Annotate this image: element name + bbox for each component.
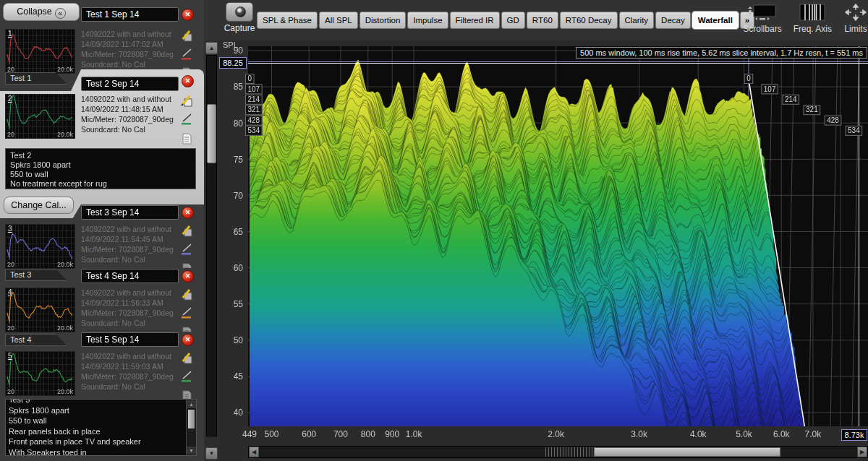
freq-axis-icon xyxy=(793,3,832,22)
tab-decay[interactable]: Decay xyxy=(655,12,691,29)
waterfall-plot[interactable] xyxy=(218,40,868,461)
graph-tabs: SPL & Phase All SPL Distortion Impulse F… xyxy=(257,12,754,29)
notes-scrollbar[interactable]: ▲ ▼ xyxy=(186,400,196,455)
collapse-sidebar-button[interactable]: Collapse« xyxy=(3,3,80,21)
cursor-freq-readout: 8.73k xyxy=(841,429,867,441)
edit-save-icon[interactable] xyxy=(180,94,193,107)
measurement-thumbnail[interactable]: 2 20 20.0k xyxy=(5,94,75,139)
edit-save-icon[interactable] xyxy=(180,29,193,42)
remove-measurement-button[interactable]: ✕ xyxy=(182,9,194,21)
measurement-name-tab[interactable]: Test 1 xyxy=(5,72,67,85)
measurement-info: 14092022 with and without14/09/2022 11:4… xyxy=(81,29,182,69)
trace-color-icon[interactable] xyxy=(180,306,193,319)
scroll-up-icon[interactable]: ▲ xyxy=(205,42,218,54)
scrollbar-thumb[interactable] xyxy=(594,447,780,457)
remove-measurement-button[interactable]: ✕ xyxy=(182,334,194,346)
tab-all-spl[interactable]: All SPL xyxy=(319,12,358,29)
trace-color-icon[interactable] xyxy=(180,113,193,126)
remove-measurement-button[interactable]: ✕ xyxy=(182,270,194,283)
thumb-axis-right: 20.0k xyxy=(57,261,73,268)
collapse-chevrons-icon: « xyxy=(55,8,66,19)
thumb-axis-right: 20.0k xyxy=(57,324,73,332)
measurement-info: 14092022 with and without14/09/2022 11:4… xyxy=(81,94,182,134)
remove-measurement-button[interactable]: ✕ xyxy=(182,207,194,219)
tab-distortion[interactable]: Distortion xyxy=(359,12,407,29)
waterfall-graph-panel: SPL 88.25 8.73k 500 ms window, 100 ms ri… xyxy=(218,40,868,461)
remove-measurement-button[interactable]: ✕ xyxy=(182,75,194,87)
thumb-axis-left: 20 xyxy=(7,131,14,138)
thumb-axis-right: 20.0k xyxy=(57,388,73,395)
measurement-thumbnail[interactable]: 1 20 20.0k xyxy=(5,29,75,74)
freq-axis-scrollbar[interactable]: ◀ ▶ xyxy=(248,446,868,458)
edit-save-icon[interactable] xyxy=(180,351,193,364)
thumb-axis-left: 20 xyxy=(7,388,14,395)
edit-save-icon[interactable] xyxy=(180,224,193,237)
scrollbar-ticks xyxy=(545,447,594,457)
measurement-list-scrollbar[interactable]: ▲ ▼ xyxy=(205,40,218,461)
y-axis-title: SPL xyxy=(223,40,238,49)
measurement-number: 2 xyxy=(8,95,12,103)
close-icon: ✕ xyxy=(185,77,191,85)
close-icon: ✕ xyxy=(185,336,191,343)
thumb-axis-right: 20.0k xyxy=(57,131,73,138)
measurement-entry-selected[interactable]: Test 2 Sep 14 ✕ 2 20 20.0k 14092022 with… xyxy=(0,69,204,218)
capture-button[interactable]: Capture xyxy=(223,2,256,38)
thumb-axis-right: 20.0k xyxy=(57,66,73,73)
measurement-title-field[interactable]: Test 4 Sep 14 xyxy=(81,269,179,283)
camera-icon xyxy=(226,2,253,22)
measurement-sidebar: Collapse« Test 1 Sep 14 ✕ 1 20 20.0k 140… xyxy=(0,0,204,461)
change-cal-button[interactable]: Change Cal... xyxy=(4,197,74,214)
scrollbar-thumb[interactable] xyxy=(207,104,216,163)
measurement-number: 1 xyxy=(8,30,12,38)
measurement-title-field[interactable]: Test 5 Sep 14 xyxy=(81,332,179,347)
close-icon: ✕ xyxy=(185,272,191,280)
tab-rt60-decay[interactable]: RT60 Decay xyxy=(560,12,618,29)
tab-spl-phase[interactable]: SPL & Phase xyxy=(257,12,318,29)
scrollbar-thumb[interactable] xyxy=(188,410,195,428)
trace-color-icon[interactable] xyxy=(180,370,193,383)
limits-button[interactable]: Limits xyxy=(843,3,868,34)
measurement-info: 14092022 with and without14/09/2022 11:5… xyxy=(81,224,182,264)
tab-rt60[interactable]: RT60 xyxy=(527,12,558,29)
waterfall-settings-annotation: 500 ms window, 100 ms rise time, 5.62 ms… xyxy=(576,47,867,59)
thumb-axis-left: 20 xyxy=(7,261,14,268)
close-icon: ✕ xyxy=(185,11,191,18)
measurement-info: 14092022 with and without14/09/2022 11:5… xyxy=(81,288,182,328)
measurement-title-field[interactable]: Test 3 Sep 14 xyxy=(81,205,179,220)
freq-axis-button[interactable]: Freq. Axis xyxy=(793,3,832,34)
measurement-title-field[interactable]: Test 1 Sep 14 xyxy=(81,7,179,22)
measurement-thumbnail[interactable]: 3 20 20.0k xyxy=(5,224,75,269)
tab-filtered-ir[interactable]: Filtered IR xyxy=(450,12,500,29)
trace-color-icon[interactable] xyxy=(180,48,193,61)
trace-color-icon[interactable] xyxy=(180,243,193,256)
tab-waterfall[interactable]: Waterfall xyxy=(692,12,739,29)
tab-gd[interactable]: GD xyxy=(501,12,525,29)
scroll-left-icon[interactable]: ◀ xyxy=(249,447,259,457)
limits-arrows-icon xyxy=(843,3,868,22)
edit-save-icon[interactable] xyxy=(180,288,193,301)
tab-impulse[interactable]: Impulse xyxy=(407,12,448,29)
thumb-axis-left: 20 xyxy=(7,324,14,332)
measurement-number: 3 xyxy=(8,225,12,233)
tab-clarity[interactable]: Clarity xyxy=(619,12,655,29)
graph-toolbar: Capture SPL & Phase All SPL Distortion I… xyxy=(218,0,868,40)
scrollbars-toggle-button[interactable]: Scrollbars xyxy=(743,3,781,34)
scroll-right-icon[interactable]: ▶ xyxy=(857,447,867,457)
measurement-notes[interactable]: Test 2Spkrs 1800 apart 550 to wallNo tre… xyxy=(5,148,196,189)
measurement-name-tab[interactable]: Test 4 xyxy=(5,334,67,346)
scroll-down-icon[interactable]: ▼ xyxy=(205,447,218,460)
scroll-up-icon[interactable]: ▲ xyxy=(187,400,196,408)
notes-icon[interactable] xyxy=(180,132,193,145)
close-icon: ✕ xyxy=(185,209,191,216)
measurement-name-tab[interactable]: Test 3 xyxy=(5,269,67,281)
measurement-notes-editor[interactable]: Test 5Spkrs 1800 apart 550 to wallRear p… xyxy=(5,399,197,456)
measurement-number: 5 xyxy=(8,352,12,360)
measurement-thumbnail[interactable]: 4 20 20.0k xyxy=(5,288,75,332)
measurement-info: 14092022 with and without14/09/2022 11:5… xyxy=(81,351,182,392)
collapse-label: Collapse xyxy=(17,7,52,17)
measurement-title-field[interactable]: Test 2 Sep 14 xyxy=(81,77,179,91)
measurement-thumbnail[interactable]: 5 20 20.0k xyxy=(5,351,75,396)
scrollbars-icon xyxy=(743,3,781,22)
scroll-down-icon[interactable]: ▼ xyxy=(187,447,196,454)
measurement-number: 4 xyxy=(8,288,12,296)
